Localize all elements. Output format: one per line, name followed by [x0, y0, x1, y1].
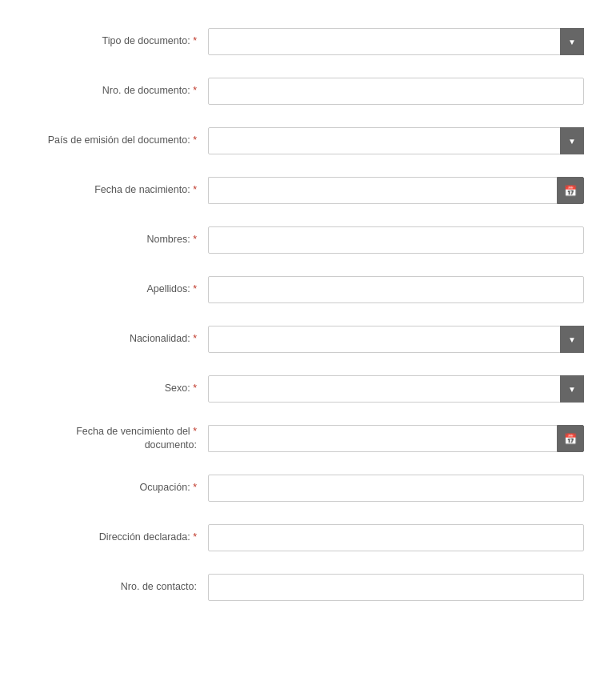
required-star: *	[193, 234, 197, 245]
ocupacion-row: Ocupación: *	[32, 471, 584, 506]
nro-contacto-label: Nro. de contacto:	[32, 580, 208, 595]
fecha-vencimiento-row: Fecha de vencimiento del * documento: 📅	[32, 421, 584, 456]
nacionalidad-select[interactable]	[208, 326, 584, 353]
required-star: *	[193, 184, 197, 195]
required-star: *	[193, 482, 197, 493]
apellidos-input[interactable]	[208, 276, 584, 303]
direccion-input[interactable]	[208, 524, 584, 551]
ocupacion-input[interactable]	[208, 475, 584, 502]
fecha-vencimiento-date-wrapper: 📅	[208, 425, 584, 452]
required-star: *	[193, 85, 197, 96]
nombres-input[interactable]	[208, 226, 584, 254]
nro-documento-input[interactable]	[208, 78, 584, 105]
tipo-documento-select[interactable]	[208, 28, 584, 55]
fecha-nacimiento-label: Fecha de nacimiento: *	[32, 183, 208, 198]
nacionalidad-select-wrapper: ▼	[208, 326, 584, 353]
form-container: Tipo de documento: * ▼ Nro. de documento…	[0, 16, 616, 627]
pais-emision-select-wrapper: ▼	[208, 127, 584, 154]
sexo-row: Sexo: * ▼	[32, 371, 584, 407]
tipo-documento-label: Tipo de documento: *	[32, 34, 208, 49]
nombres-label: Nombres: *	[32, 233, 208, 247]
apellidos-label: Apellidos: *	[32, 282, 208, 297]
nro-contacto-input[interactable]	[208, 574, 584, 601]
required-star: *	[193, 333, 197, 344]
nro-documento-label: Nro. de documento: *	[32, 84, 208, 98]
fecha-nacimiento-input[interactable]	[208, 177, 557, 204]
nombres-row: Nombres: *	[32, 222, 584, 258]
pais-emision-row: País de emisión del documento: * ▼	[32, 123, 584, 158]
required-star: *	[193, 383, 197, 394]
fecha-nacimiento-date-wrapper: 📅	[208, 177, 584, 204]
required-star: *	[193, 35, 197, 46]
required-star: *	[193, 283, 197, 294]
required-star: *	[193, 426, 197, 437]
apellidos-row: Apellidos: *	[32, 272, 584, 307]
pais-emision-select[interactable]	[208, 127, 584, 154]
calendar-icon: 📅	[564, 433, 577, 445]
sexo-select-wrapper: ▼	[208, 375, 584, 403]
nacionalidad-label: Nacionalidad: *	[32, 332, 208, 347]
tipo-documento-row: Tipo de documento: * ▼	[32, 24, 584, 59]
direccion-label: Dirección declarada: *	[32, 531, 208, 545]
nacionalidad-row: Nacionalidad: * ▼	[32, 322, 584, 357]
fecha-vencimiento-label: Fecha de vencimiento del * documento:	[32, 425, 208, 453]
fecha-nacimiento-row: Fecha de nacimiento: * 📅	[32, 173, 584, 208]
sexo-label: Sexo: *	[32, 382, 208, 396]
sexo-select[interactable]	[208, 375, 584, 403]
direccion-row: Dirección declarada: *	[32, 520, 584, 555]
nro-contacto-row: Nro. de contacto:	[32, 570, 584, 605]
nro-documento-row: Nro. de documento: *	[32, 74, 584, 109]
fecha-nacimiento-calendar-button[interactable]: 📅	[557, 177, 584, 204]
required-star: *	[193, 531, 197, 543]
required-star: *	[193, 134, 197, 146]
calendar-icon: 📅	[564, 185, 577, 197]
fecha-vencimiento-input[interactable]	[208, 425, 557, 452]
ocupacion-label: Ocupación: *	[32, 481, 208, 495]
pais-emision-label: País de emisión del documento: *	[32, 134, 208, 148]
tipo-documento-select-wrapper: ▼	[208, 28, 584, 55]
fecha-vencimiento-calendar-button[interactable]: 📅	[557, 425, 584, 452]
